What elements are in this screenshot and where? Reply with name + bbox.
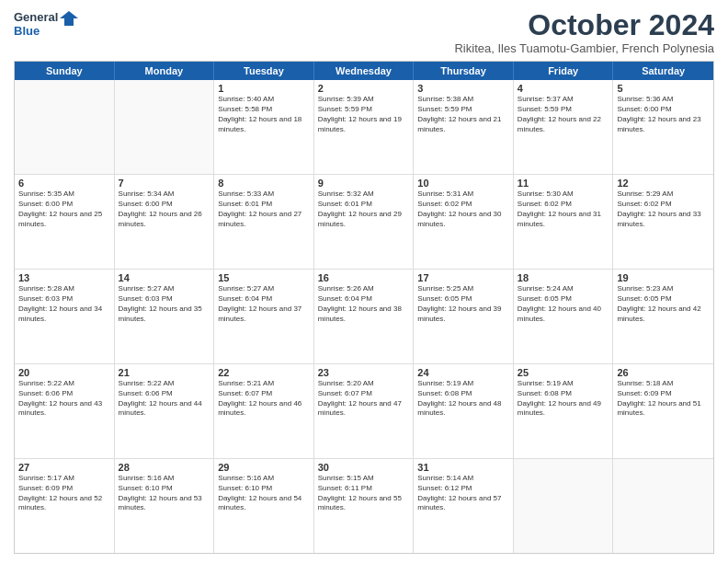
cell-info: Sunrise: 5:24 AM Sunset: 6:05 PM Dayligh… xyxy=(518,284,609,324)
cal-cell: 7Sunrise: 5:34 AM Sunset: 6:00 PM Daylig… xyxy=(115,175,215,269)
cell-info: Sunrise: 5:36 AM Sunset: 6:00 PM Dayligh… xyxy=(617,95,710,134)
day-header-thursday: Thursday xyxy=(414,62,514,80)
cal-cell xyxy=(115,80,215,174)
cell-info: Sunrise: 5:22 AM Sunset: 6:06 PM Dayligh… xyxy=(18,379,110,419)
day-number: 24 xyxy=(417,367,509,378)
day-number: 19 xyxy=(617,272,710,283)
cell-info: Sunrise: 5:22 AM Sunset: 6:06 PM Dayligh… xyxy=(119,379,210,419)
day-number: 21 xyxy=(119,367,210,378)
cal-cell: 5Sunrise: 5:36 AM Sunset: 6:00 PM Daylig… xyxy=(613,80,713,174)
cal-cell: 15Sunrise: 5:27 AM Sunset: 6:04 PM Dayli… xyxy=(214,270,314,363)
logo-icon: GeneralBlue xyxy=(14,9,87,37)
day-number: 14 xyxy=(119,272,210,283)
subtitle: Rikitea, Iles Tuamotu-Gambier, French Po… xyxy=(454,41,714,55)
cell-info: Sunrise: 5:30 AM Sunset: 6:02 PM Dayligh… xyxy=(518,190,609,229)
cell-info: Sunrise: 5:15 AM Sunset: 6:11 PM Dayligh… xyxy=(318,474,410,513)
day-number: 5 xyxy=(617,83,710,94)
day-number: 27 xyxy=(18,462,110,473)
cell-info: Sunrise: 5:17 AM Sunset: 6:09 PM Dayligh… xyxy=(18,474,110,513)
cell-info: Sunrise: 5:34 AM Sunset: 6:00 PM Dayligh… xyxy=(119,190,210,229)
week-row-5: 27Sunrise: 5:17 AM Sunset: 6:09 PM Dayli… xyxy=(15,459,713,553)
cal-cell: 31Sunrise: 5:14 AM Sunset: 6:12 PM Dayli… xyxy=(414,459,514,553)
cal-cell: 16Sunrise: 5:26 AM Sunset: 6:04 PM Dayli… xyxy=(314,270,415,363)
cal-cell: 6Sunrise: 5:35 AM Sunset: 6:00 PM Daylig… xyxy=(15,175,115,269)
cell-info: Sunrise: 5:40 AM Sunset: 5:58 PM Dayligh… xyxy=(218,95,310,134)
cell-info: Sunrise: 5:35 AM Sunset: 6:00 PM Dayligh… xyxy=(18,190,110,229)
cell-info: Sunrise: 5:39 AM Sunset: 5:59 PM Dayligh… xyxy=(318,95,410,134)
day-number: 15 xyxy=(218,272,310,283)
cal-cell: 26Sunrise: 5:18 AM Sunset: 6:09 PM Dayli… xyxy=(613,364,713,458)
day-number: 10 xyxy=(417,178,509,189)
cell-info: Sunrise: 5:23 AM Sunset: 6:05 PM Dayligh… xyxy=(617,284,710,324)
cal-cell: 22Sunrise: 5:21 AM Sunset: 6:07 PM Dayli… xyxy=(214,364,314,458)
day-header-monday: Monday xyxy=(115,62,215,80)
cal-cell: 3Sunrise: 5:38 AM Sunset: 5:59 PM Daylig… xyxy=(414,80,514,174)
day-number: 12 xyxy=(617,178,710,189)
day-number: 2 xyxy=(318,83,410,94)
cal-cell: 10Sunrise: 5:31 AM Sunset: 6:02 PM Dayli… xyxy=(414,175,514,269)
day-number: 13 xyxy=(18,272,110,283)
cal-cell: 9Sunrise: 5:32 AM Sunset: 6:01 PM Daylig… xyxy=(314,175,415,269)
cal-cell: 2Sunrise: 5:39 AM Sunset: 5:59 PM Daylig… xyxy=(314,80,415,174)
cal-cell: 29Sunrise: 5:16 AM Sunset: 6:10 PM Dayli… xyxy=(214,459,314,553)
week-row-4: 20Sunrise: 5:22 AM Sunset: 6:06 PM Dayli… xyxy=(15,364,713,459)
day-number: 1 xyxy=(218,83,310,94)
cal-cell: 30Sunrise: 5:15 AM Sunset: 6:11 PM Dayli… xyxy=(314,459,415,553)
calendar-header: SundayMondayTuesdayWednesdayThursdayFrid… xyxy=(15,62,713,80)
cell-info: Sunrise: 5:28 AM Sunset: 6:03 PM Dayligh… xyxy=(18,284,110,324)
day-number: 20 xyxy=(18,367,110,378)
cal-cell: 24Sunrise: 5:19 AM Sunset: 6:08 PM Dayli… xyxy=(414,364,514,458)
calendar: SundayMondayTuesdayWednesdayThursdayFrid… xyxy=(14,61,714,554)
day-number: 3 xyxy=(417,83,509,94)
cal-cell: 11Sunrise: 5:30 AM Sunset: 6:02 PM Dayli… xyxy=(514,175,614,269)
cell-info: Sunrise: 5:38 AM Sunset: 5:59 PM Dayligh… xyxy=(417,95,509,134)
cal-cell xyxy=(15,80,115,174)
cell-info: Sunrise: 5:16 AM Sunset: 6:10 PM Dayligh… xyxy=(119,474,210,513)
cell-info: Sunrise: 5:20 AM Sunset: 6:07 PM Dayligh… xyxy=(318,379,410,419)
cal-cell: 14Sunrise: 5:27 AM Sunset: 6:03 PM Dayli… xyxy=(115,270,215,363)
day-number: 16 xyxy=(318,272,410,283)
page-header: GeneralBlue October 2024 Rikitea, Iles T… xyxy=(14,9,714,55)
day-number: 8 xyxy=(218,178,310,189)
cal-cell: 13Sunrise: 5:28 AM Sunset: 6:03 PM Dayli… xyxy=(15,270,115,363)
week-row-1: 1Sunrise: 5:40 AM Sunset: 5:58 PM Daylig… xyxy=(15,80,713,175)
title-block: October 2024 Rikitea, Iles Tuamotu-Gambi… xyxy=(454,9,714,55)
cell-info: Sunrise: 5:19 AM Sunset: 6:08 PM Dayligh… xyxy=(417,379,509,419)
cal-cell: 12Sunrise: 5:29 AM Sunset: 6:02 PM Dayli… xyxy=(613,175,713,269)
cal-cell: 25Sunrise: 5:19 AM Sunset: 6:08 PM Dayli… xyxy=(514,364,614,458)
cell-info: Sunrise: 5:37 AM Sunset: 5:59 PM Dayligh… xyxy=(518,95,609,134)
main-title: October 2024 xyxy=(454,9,714,41)
svg-text:General: General xyxy=(14,10,58,24)
cell-info: Sunrise: 5:19 AM Sunset: 6:08 PM Dayligh… xyxy=(518,379,609,419)
day-number: 30 xyxy=(318,462,410,473)
cal-cell xyxy=(613,459,713,553)
day-number: 17 xyxy=(417,272,509,283)
day-number: 26 xyxy=(617,367,710,378)
cal-cell: 1Sunrise: 5:40 AM Sunset: 5:58 PM Daylig… xyxy=(214,80,314,174)
cell-info: Sunrise: 5:21 AM Sunset: 6:07 PM Dayligh… xyxy=(218,379,310,419)
day-header-saturday: Saturday xyxy=(613,62,713,80)
cell-info: Sunrise: 5:25 AM Sunset: 6:05 PM Dayligh… xyxy=(417,284,509,324)
day-number: 11 xyxy=(518,178,609,189)
cal-cell: 18Sunrise: 5:24 AM Sunset: 6:05 PM Dayli… xyxy=(514,270,614,363)
day-number: 6 xyxy=(18,178,110,189)
day-number: 7 xyxy=(119,178,210,189)
cell-info: Sunrise: 5:29 AM Sunset: 6:02 PM Dayligh… xyxy=(617,190,710,229)
cell-info: Sunrise: 5:14 AM Sunset: 6:12 PM Dayligh… xyxy=(417,474,509,513)
day-header-sunday: Sunday xyxy=(15,62,115,80)
day-number: 22 xyxy=(218,367,310,378)
cell-info: Sunrise: 5:27 AM Sunset: 6:03 PM Dayligh… xyxy=(119,284,210,324)
cell-info: Sunrise: 5:16 AM Sunset: 6:10 PM Dayligh… xyxy=(218,474,310,513)
cal-cell: 17Sunrise: 5:25 AM Sunset: 6:05 PM Dayli… xyxy=(414,270,514,363)
cal-cell: 27Sunrise: 5:17 AM Sunset: 6:09 PM Dayli… xyxy=(15,459,115,553)
day-number: 9 xyxy=(318,178,410,189)
cal-cell: 28Sunrise: 5:16 AM Sunset: 6:10 PM Dayli… xyxy=(115,459,215,553)
cal-cell: 20Sunrise: 5:22 AM Sunset: 6:06 PM Dayli… xyxy=(15,364,115,458)
logo: GeneralBlue xyxy=(14,9,87,37)
day-number: 4 xyxy=(518,83,609,94)
day-number: 29 xyxy=(218,462,310,473)
cell-info: Sunrise: 5:32 AM Sunset: 6:01 PM Dayligh… xyxy=(318,190,410,229)
cell-info: Sunrise: 5:27 AM Sunset: 6:04 PM Dayligh… xyxy=(218,284,310,324)
cal-cell: 8Sunrise: 5:33 AM Sunset: 6:01 PM Daylig… xyxy=(214,175,314,269)
cell-info: Sunrise: 5:18 AM Sunset: 6:09 PM Dayligh… xyxy=(617,379,710,419)
